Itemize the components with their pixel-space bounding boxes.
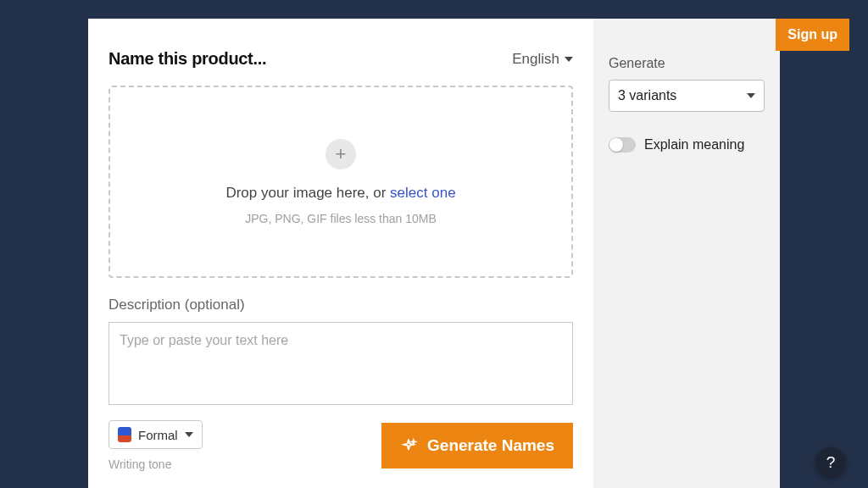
- dropzone-prompt: Drop your image here, or select one: [225, 185, 455, 202]
- variants-select[interactable]: 3 variants: [609, 80, 765, 112]
- chevron-down-icon: [747, 93, 755, 98]
- dropzone-hint: JPG, PNG, GIF files less than 10MB: [245, 212, 437, 225]
- dropzone-select-link[interactable]: select one: [390, 185, 456, 201]
- help-icon: ?: [826, 453, 836, 472]
- tone-tie-icon: [118, 427, 131, 442]
- explain-toggle-row: Explain meaning: [609, 137, 765, 152]
- app-window: Name this product... English + Drop your…: [88, 19, 780, 488]
- tone-selected: Formal: [138, 428, 178, 442]
- main-panel: Name this product... English + Drop your…: [88, 19, 593, 488]
- generate-names-button[interactable]: Generate Names: [381, 423, 573, 469]
- description-input[interactable]: [108, 322, 573, 405]
- explain-toggle[interactable]: [609, 137, 636, 152]
- explain-label: Explain meaning: [644, 137, 744, 152]
- language-select[interactable]: English: [512, 51, 573, 68]
- generate-label: Generate: [609, 56, 765, 71]
- tone-block: Formal Writing tone: [108, 420, 203, 471]
- variants-selected: 3 variants: [618, 88, 676, 103]
- header-row: Name this product... English: [108, 49, 573, 69]
- tone-hint: Writing tone: [108, 458, 203, 471]
- help-button[interactable]: ?: [815, 447, 846, 478]
- tone-select[interactable]: Formal: [108, 420, 203, 449]
- page-title: Name this product...: [108, 49, 266, 69]
- action-row: Formal Writing tone Generate Names: [108, 420, 573, 471]
- generate-button-label: Generate Names: [427, 436, 554, 455]
- side-panel: Generate 3 variants Explain meaning: [593, 19, 780, 488]
- chevron-down-icon: [565, 57, 573, 62]
- toggle-knob: [609, 138, 623, 152]
- sign-up-button[interactable]: Sign up: [776, 19, 849, 51]
- dropzone-prefix: Drop your image here, or: [225, 185, 390, 201]
- sparkle-icon: [400, 437, 417, 454]
- language-label: English: [512, 51, 559, 68]
- plus-icon: +: [326, 139, 356, 169]
- chevron-down-icon: [185, 432, 193, 437]
- description-label: Description (optional): [108, 297, 573, 313]
- image-dropzone[interactable]: + Drop your image here, or select one JP…: [108, 86, 573, 278]
